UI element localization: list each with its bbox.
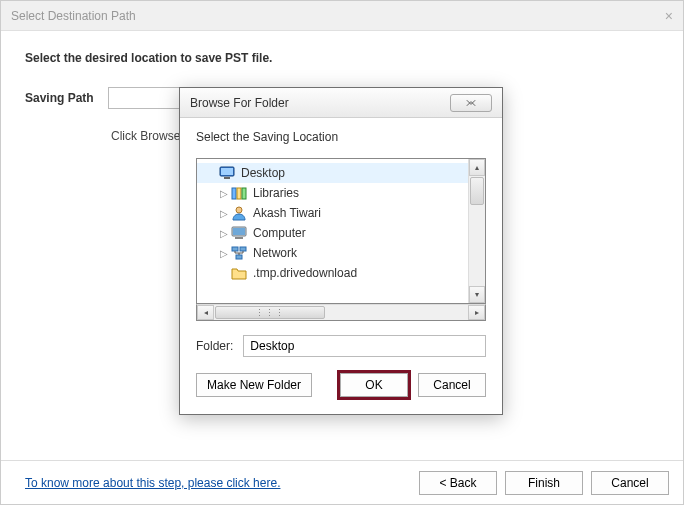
- tree-item-label: Libraries: [253, 186, 299, 200]
- scroll-thumb[interactable]: [470, 177, 484, 205]
- svg-rect-12: [236, 255, 242, 259]
- tree-item[interactable]: ▷Network: [197, 243, 468, 263]
- folder-row: Folder:: [196, 335, 486, 357]
- dialog-button-row: Make New Folder OK Cancel: [196, 373, 486, 397]
- tree-item[interactable]: ▷Akash Tiwari: [197, 203, 468, 223]
- window-title: Select Destination Path: [11, 9, 136, 23]
- tree-item[interactable]: Desktop: [197, 163, 468, 183]
- dialog-close-button[interactable]: [450, 94, 492, 112]
- footer-bar: To know more about this step, please cli…: [1, 460, 683, 504]
- saving-path-label: Saving Path: [25, 91, 94, 105]
- cancel-button[interactable]: Cancel: [591, 471, 669, 495]
- network-icon: [231, 245, 247, 261]
- tree-item[interactable]: ▷Libraries: [197, 183, 468, 203]
- close-icon[interactable]: ×: [665, 8, 673, 24]
- dialog-cancel-button[interactable]: Cancel: [418, 373, 486, 397]
- folder-icon: [231, 265, 247, 281]
- tree-item-label: Akash Tiwari: [253, 206, 321, 220]
- back-button[interactable]: < Back: [419, 471, 497, 495]
- folder-input[interactable]: [243, 335, 486, 357]
- computer-icon: [231, 225, 247, 241]
- tree-item[interactable]: ▷Computer: [197, 223, 468, 243]
- window-titlebar: Select Destination Path ×: [1, 1, 683, 31]
- scroll-left-icon[interactable]: ◂: [197, 305, 214, 320]
- expand-icon[interactable]: ▷: [219, 248, 229, 259]
- expand-icon[interactable]: ▷: [219, 228, 229, 239]
- scroll-up-icon[interactable]: ▴: [469, 159, 485, 176]
- tree-item-label: Desktop: [241, 166, 285, 180]
- svg-rect-3: [232, 188, 236, 199]
- vertical-scrollbar[interactable]: ▴ ▾: [468, 159, 485, 303]
- dialog-message: Select the Saving Location: [196, 130, 486, 144]
- instruction-text: Select the desired location to save PST …: [25, 51, 659, 65]
- scroll-down-icon[interactable]: ▾: [469, 286, 485, 303]
- expand-icon[interactable]: ▷: [219, 208, 229, 219]
- browse-folder-dialog: Browse For Folder Select the Saving Loca…: [179, 87, 503, 415]
- make-new-folder-button[interactable]: Make New Folder: [196, 373, 312, 397]
- ok-button[interactable]: OK: [340, 373, 408, 397]
- svg-rect-9: [235, 237, 243, 239]
- help-link[interactable]: To know more about this step, please cli…: [25, 476, 280, 490]
- close-icon: [464, 98, 478, 108]
- svg-rect-10: [232, 247, 238, 251]
- tree-item-label: Network: [253, 246, 297, 260]
- svg-rect-4: [237, 188, 241, 199]
- folder-label: Folder:: [196, 339, 233, 353]
- horizontal-scrollbar[interactable]: ◂ ⋮⋮⋮ ▸: [196, 304, 486, 321]
- dialog-title: Browse For Folder: [190, 96, 289, 110]
- svg-rect-5: [242, 188, 246, 199]
- folder-tree-list[interactable]: Desktop▷Libraries▷Akash Tiwari▷Computer▷…: [197, 159, 468, 303]
- svg-rect-8: [233, 228, 245, 235]
- svg-rect-11: [240, 247, 246, 251]
- tree-item-label: Computer: [253, 226, 306, 240]
- svg-rect-1: [221, 168, 233, 175]
- tree-item-label: .tmp.drivedownload: [253, 266, 357, 280]
- libraries-icon: [231, 185, 247, 201]
- hscroll-thumb[interactable]: ⋮⋮⋮: [215, 306, 325, 319]
- tree-item[interactable]: .tmp.drivedownload: [197, 263, 468, 283]
- svg-rect-2: [224, 177, 230, 179]
- scroll-right-icon[interactable]: ▸: [468, 305, 485, 320]
- svg-point-6: [236, 207, 242, 213]
- finish-button[interactable]: Finish: [505, 471, 583, 495]
- dialog-titlebar: Browse For Folder: [180, 88, 502, 118]
- monitor-icon: [219, 165, 235, 181]
- expand-icon[interactable]: ▷: [219, 188, 229, 199]
- user-icon: [231, 205, 247, 221]
- folder-tree: Desktop▷Libraries▷Akash Tiwari▷Computer▷…: [196, 158, 486, 304]
